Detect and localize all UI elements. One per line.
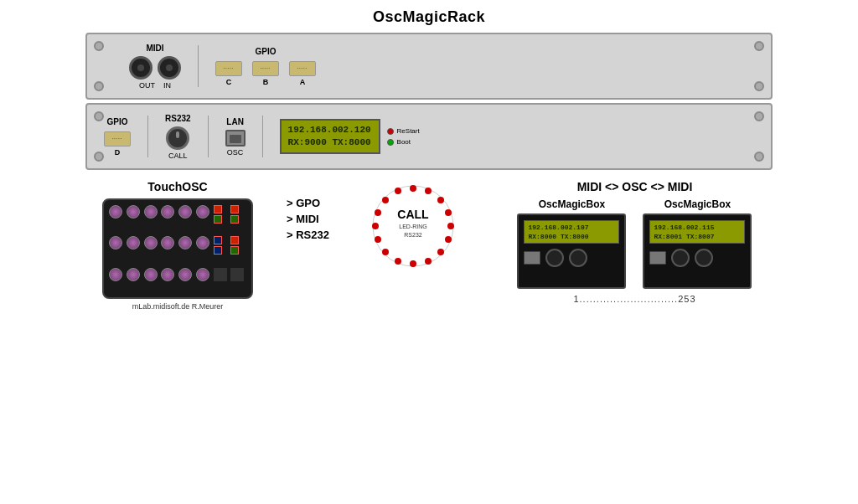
midi-box-1-title: OscMagicBox xyxy=(539,198,605,210)
midi-box-2-title: OscMagicBox xyxy=(664,198,731,210)
svg-text:RS232: RS232 xyxy=(404,232,422,238)
svg-point-2 xyxy=(425,188,432,194)
midi-ports xyxy=(129,56,181,80)
rack-container: MIDI OUT IN GPIO xyxy=(85,33,773,170)
svg-text:LED-RING: LED-RING xyxy=(399,224,426,229)
feature-2: > MIDI xyxy=(287,213,329,225)
midi-box-2-lcd-line2: RX:8001 TX:8007 xyxy=(654,232,741,241)
rs232-sub-label: CALL xyxy=(168,152,188,160)
midi-box-2: 192.168.002.115 RX:8001 TX:8007 xyxy=(643,213,752,289)
rs232-section: RS232 CALL xyxy=(165,114,191,160)
touchosc-section: TouchOSC xyxy=(85,180,270,311)
touchosc-credit: mLab.midisoft.de R.Meurer xyxy=(132,302,224,311)
gpio-port-a: A xyxy=(289,61,316,86)
btn-4 xyxy=(230,215,239,224)
svg-point-6 xyxy=(445,236,452,243)
gpio-connector-d[interactable] xyxy=(104,131,131,147)
knob-12 xyxy=(196,236,209,249)
svg-point-14 xyxy=(375,209,381,216)
gpio-connector-c[interactable] xyxy=(215,61,242,76)
midi-box-1-midi-2 xyxy=(569,249,587,267)
screw-tl xyxy=(94,41,104,51)
midi-box-2-ports xyxy=(649,249,745,267)
midi-box-2-midi-1 xyxy=(671,249,690,267)
screw-tr-2 xyxy=(754,111,764,121)
panel2-sections: GPIO D RS232 CALL xyxy=(104,114,754,160)
midi-box-1-lcd-line1: 192.168.002.107 xyxy=(528,223,615,232)
midi-box-2-lan xyxy=(649,251,666,265)
gpio-section-2: GPIO D xyxy=(104,117,131,157)
svg-point-16 xyxy=(395,188,401,194)
midi-box-1-lcd-line2: RX:8000 TX:8000 xyxy=(528,232,615,241)
gpio-connector-b[interactable] xyxy=(252,61,279,76)
midi-boxes-section: MIDI <> OSC <> MIDI OscMagicBox 192.168.… xyxy=(497,180,773,304)
knob-18 xyxy=(196,268,209,281)
led-row-2: Boot xyxy=(387,138,420,146)
panel1-sections: MIDI OUT IN GPIO xyxy=(104,44,754,90)
svg-point-7 xyxy=(437,249,444,255)
midi-box-2-lcd: 192.168.002.115 RX:8001 TX:8007 xyxy=(649,220,745,244)
svg-point-10 xyxy=(395,258,401,265)
separator4 xyxy=(262,116,263,157)
screw-br xyxy=(754,81,764,91)
screw-bl xyxy=(94,81,104,91)
gpio-section-1: GPIO C B A xyxy=(215,47,316,86)
knob-8 xyxy=(127,236,140,249)
feature-1: > GPO xyxy=(287,197,329,209)
screw-bl-2 xyxy=(94,152,104,162)
midi-label: MIDI xyxy=(146,44,163,53)
knob-13 xyxy=(109,268,122,281)
lan-sub-label: OSC xyxy=(227,148,244,157)
led-restart-label: ReStart xyxy=(397,127,420,135)
screw-tl-2 xyxy=(94,111,104,121)
svg-point-3 xyxy=(437,197,444,203)
svg-point-1 xyxy=(410,185,416,192)
knob-16 xyxy=(161,268,174,281)
lan-connector[interactable] xyxy=(225,130,246,147)
lcd-leds: ReStart Boot xyxy=(387,127,420,146)
midi-box-1-lcd: 192.168.002.107 RX:8000 TX:8000 xyxy=(524,220,619,244)
btn-7 xyxy=(230,236,239,244)
midi-boxes-title: MIDI <> OSC <> MIDI xyxy=(577,180,693,193)
led-boot-label: Boot xyxy=(397,138,411,146)
separator1 xyxy=(198,45,199,87)
midi-box-2-lcd-line1: 192.168.002.115 xyxy=(654,223,741,232)
knob-14 xyxy=(127,268,140,281)
midi-section: MIDI OUT IN xyxy=(129,44,181,90)
midi-boxes-row: OscMagicBox 192.168.002.107 RX:8000 TX:8… xyxy=(517,198,752,289)
btn-3 xyxy=(230,205,239,213)
rack-panel-2: GPIO D RS232 CALL xyxy=(85,103,773,170)
placeholder-2 xyxy=(230,268,244,281)
svg-point-8 xyxy=(425,258,432,265)
feature-3: > RS232 xyxy=(287,229,329,241)
touchosc-device xyxy=(102,198,253,299)
rack-panel-1: MIDI OUT IN GPIO xyxy=(85,33,773,100)
led-row-1: ReStart xyxy=(387,127,420,135)
lan-section: LAN OSC xyxy=(225,117,246,157)
knob-7 xyxy=(109,236,122,249)
gpio-connector-a[interactable] xyxy=(289,61,316,76)
gpio-ports-1: C B A xyxy=(215,61,316,86)
midi-in-label: IN xyxy=(163,81,171,90)
knob-5 xyxy=(178,205,192,219)
gpio-label-1: GPIO xyxy=(255,47,276,56)
midi-ports-label: OUT IN xyxy=(139,81,171,90)
midi-box-1-lan xyxy=(524,251,540,265)
knob-2 xyxy=(127,205,140,219)
rs232-knob[interactable] xyxy=(166,126,189,150)
knob-15 xyxy=(144,268,158,281)
lcd-line2: RX:9000 TX:8000 xyxy=(288,136,372,149)
gpio-ports-2: D xyxy=(104,131,131,157)
knob-1 xyxy=(109,205,122,219)
gpio-port-b-label: B xyxy=(263,78,269,86)
main-title: OscMagicRack xyxy=(373,8,485,26)
midi-box-2-midi-2 xyxy=(695,249,713,267)
midi-in-port[interactable] xyxy=(158,56,181,80)
knob-11 xyxy=(178,236,192,249)
midi-out-port[interactable] xyxy=(129,56,152,80)
midi-box-1-ports xyxy=(524,249,619,267)
numbering-row: 1.............................253 xyxy=(573,294,695,304)
btn-5 xyxy=(214,236,222,244)
lcd-line1: 192.168.002.120 xyxy=(288,124,372,136)
gpio-port-d-label: D xyxy=(115,148,121,157)
